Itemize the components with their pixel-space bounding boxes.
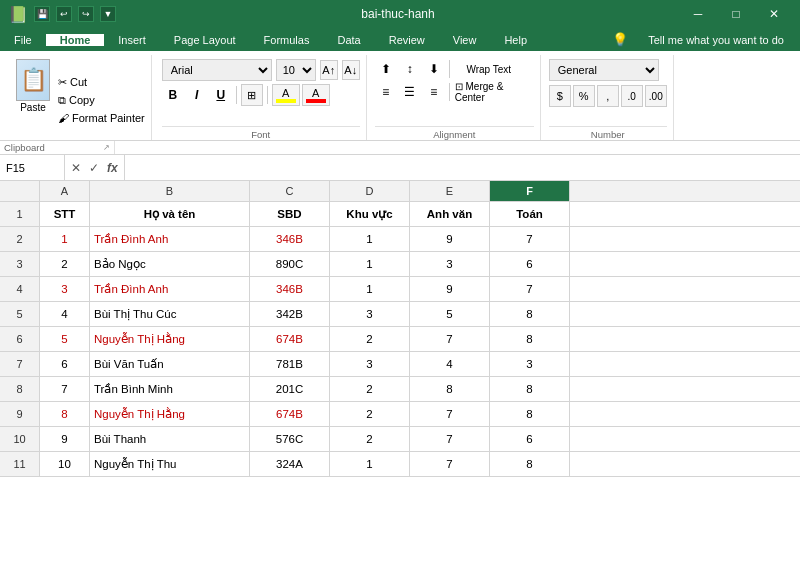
cell-c2[interactable]: 346B — [250, 227, 330, 251]
cell-c6[interactable]: 674B — [250, 327, 330, 351]
currency-button[interactable]: $ — [549, 85, 571, 107]
cell-b9[interactable]: Nguyễn Thị Hằng — [90, 402, 250, 426]
cell-c9[interactable]: 674B — [250, 402, 330, 426]
cell-b10[interactable]: Bùi Thanh — [90, 427, 250, 451]
tell-me-icon[interactable]: 💡 — [606, 28, 634, 51]
cell-d7[interactable]: 3 — [330, 352, 410, 376]
cell-e5[interactable]: 5 — [410, 302, 490, 326]
cell-c3[interactable]: 890C — [250, 252, 330, 276]
cell-b7[interactable]: Bùi Văn Tuấn — [90, 352, 250, 376]
align-right-button[interactable]: ≡ — [423, 82, 445, 102]
cell-b6[interactable]: Nguyễn Thị Hằng — [90, 327, 250, 351]
font-name-select[interactable]: Arial — [162, 59, 272, 81]
tab-insert[interactable]: Insert — [104, 34, 160, 46]
cell-d8[interactable]: 2 — [330, 377, 410, 401]
tab-file[interactable]: File — [0, 34, 46, 46]
cell-d11[interactable]: 1 — [330, 452, 410, 476]
cell-f4[interactable]: 7 — [490, 277, 570, 301]
cell-c10[interactable]: 576C — [250, 427, 330, 451]
comma-button[interactable]: , — [597, 85, 619, 107]
cell-f8[interactable]: 8 — [490, 377, 570, 401]
formula-cancel-icon[interactable]: ✕ — [69, 161, 83, 175]
cell-b3[interactable]: Bảo Ngọc — [90, 252, 250, 276]
cell-e2[interactable]: 9 — [410, 227, 490, 251]
save-icon[interactable]: 💾 — [34, 6, 50, 22]
tell-me-text[interactable]: Tell me what you want to do — [642, 30, 790, 50]
font-shrink-button[interactable]: A↓ — [342, 60, 360, 80]
cell-d6[interactable]: 2 — [330, 327, 410, 351]
cell-a4[interactable]: 3 — [40, 277, 90, 301]
copy-button[interactable]: ⧉ Copy — [56, 93, 147, 108]
cell-c1[interactable]: SBD — [250, 202, 330, 226]
paste-button[interactable]: 📋 Paste — [10, 55, 56, 140]
cell-a10[interactable]: 9 — [40, 427, 90, 451]
cell-e1[interactable]: Anh văn — [410, 202, 490, 226]
cell-f3[interactable]: 6 — [490, 252, 570, 276]
formula-confirm-icon[interactable]: ✓ — [87, 161, 101, 175]
cell-c8[interactable]: 201C — [250, 377, 330, 401]
minimize-button[interactable]: ─ — [680, 0, 716, 28]
cell-a6[interactable]: 5 — [40, 327, 90, 351]
cell-d5[interactable]: 3 — [330, 302, 410, 326]
cell-f5[interactable]: 8 — [490, 302, 570, 326]
col-header-c[interactable]: C — [250, 181, 330, 201]
cell-b4[interactable]: Trần Đình Anh — [90, 277, 250, 301]
cell-d4[interactable]: 1 — [330, 277, 410, 301]
bold-button[interactable]: B — [162, 84, 184, 106]
cell-e11[interactable]: 7 — [410, 452, 490, 476]
formula-input[interactable] — [125, 162, 800, 174]
cell-f2[interactable]: 7 — [490, 227, 570, 251]
redo-icon[interactable]: ↪ — [78, 6, 94, 22]
cell-e9[interactable]: 7 — [410, 402, 490, 426]
cell-a5[interactable]: 4 — [40, 302, 90, 326]
cell-a1[interactable]: STT — [40, 202, 90, 226]
cell-c7[interactable]: 781B — [250, 352, 330, 376]
font-grow-button[interactable]: A↑ — [320, 60, 338, 80]
underline-button[interactable]: U — [210, 84, 232, 106]
cell-d2[interactable]: 1 — [330, 227, 410, 251]
col-header-d[interactable]: D — [330, 181, 410, 201]
number-format-select[interactable]: General — [549, 59, 659, 81]
wrap-text-button[interactable]: Wrap Text — [454, 59, 524, 79]
col-header-f[interactable]: F — [490, 181, 570, 201]
percent-button[interactable]: % — [573, 85, 595, 107]
cell-b5[interactable]: Bùi Thị Thu Cúc — [90, 302, 250, 326]
tab-home[interactable]: Home — [46, 34, 105, 46]
cell-c11[interactable]: 324A — [250, 452, 330, 476]
cell-a8[interactable]: 7 — [40, 377, 90, 401]
merge-center-button[interactable]: ⊡ Merge & Center — [454, 82, 534, 102]
cell-a3[interactable]: 2 — [40, 252, 90, 276]
cell-f10[interactable]: 6 — [490, 427, 570, 451]
col-header-e[interactable]: E — [410, 181, 490, 201]
col-header-b[interactable]: B — [90, 181, 250, 201]
cell-f11[interactable]: 8 — [490, 452, 570, 476]
italic-button[interactable]: I — [186, 84, 208, 106]
col-header-a[interactable]: A — [40, 181, 90, 201]
cell-b11[interactable]: Nguyễn Thị Thu — [90, 452, 250, 476]
decrease-decimal-button[interactable]: .00 — [645, 85, 667, 107]
clipboard-expand-icon[interactable]: ↗ — [103, 143, 110, 152]
cell-b1[interactable]: Họ và tên — [90, 202, 250, 226]
tab-page-layout[interactable]: Page Layout — [160, 34, 250, 46]
close-button[interactable]: ✕ — [756, 0, 792, 28]
align-top-button[interactable]: ⬆ — [375, 59, 397, 79]
cell-d10[interactable]: 2 — [330, 427, 410, 451]
tab-help[interactable]: Help — [490, 34, 541, 46]
borders-button[interactable]: ⊞ — [241, 84, 263, 106]
cell-e10[interactable]: 7 — [410, 427, 490, 451]
cell-c4[interactable]: 346B — [250, 277, 330, 301]
customize-icon[interactable]: ▼ — [100, 6, 116, 22]
tab-review[interactable]: Review — [375, 34, 439, 46]
cell-f9[interactable]: 8 — [490, 402, 570, 426]
maximize-button[interactable]: □ — [718, 0, 754, 28]
cell-c5[interactable]: 342B — [250, 302, 330, 326]
font-color-button[interactable]: A — [302, 84, 330, 106]
insert-function-icon[interactable]: fx — [105, 161, 120, 175]
cell-f7[interactable]: 3 — [490, 352, 570, 376]
cell-f1[interactable]: Toán — [490, 202, 570, 226]
cut-button[interactable]: ✂ Cut — [56, 75, 147, 90]
cell-d1[interactable]: Khu vực — [330, 202, 410, 226]
cell-a7[interactable]: 6 — [40, 352, 90, 376]
cell-a9[interactable]: 8 — [40, 402, 90, 426]
tab-data[interactable]: Data — [323, 34, 374, 46]
